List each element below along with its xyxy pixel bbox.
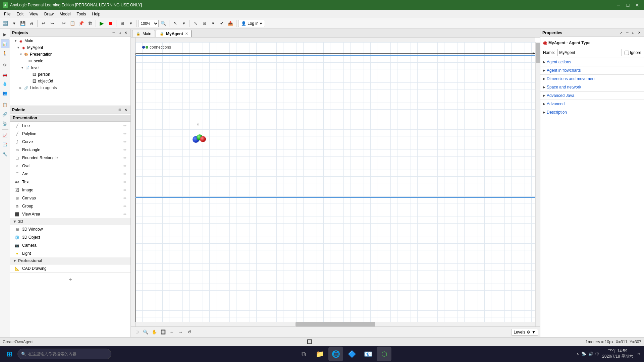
edit-polyline-icon[interactable]: ✏ [123,132,126,136]
maximize-button[interactable]: □ [624,2,632,8]
layout-button[interactable]: ⊟ [200,19,208,27]
lv-transport-btn[interactable]: 🚗 [1,70,9,79]
menu-draw[interactable]: Draw [42,11,56,17]
tab-myagent-close[interactable]: ✕ [185,32,188,36]
props-name-input[interactable] [557,49,622,56]
save-button[interactable]: 💾 [19,19,27,27]
props-maximize-btn[interactable]: □ [631,30,636,36]
lv-people-btn[interactable]: 👥 [1,89,9,98]
tree-item-level[interactable]: ▼ 📄 level [10,64,130,71]
lv-network-btn[interactable]: 📡 [1,119,9,128]
palette-item-cad[interactable]: 📐 CAD Drawing [10,264,130,273]
lv-data-btn[interactable]: 📑 [1,140,9,149]
palette-item-image[interactable]: 🖼 Image ✏ [10,186,130,194]
projects-close-btn[interactable]: ✕ [123,30,128,36]
open-dropdown[interactable]: ▾ [10,19,18,27]
grid-options[interactable]: ▾ [127,19,135,27]
canvas-right-scroll[interactable] [535,42,540,326]
palette-item-text[interactable]: Aa Text ✏ [10,178,130,186]
tree-item-scale[interactable]: ≡≡ scale [10,58,130,64]
taskbar-anylogic[interactable]: ⬡ [377,347,391,361]
new-button[interactable]: 🆕 [1,19,9,27]
tree-arrow-main[interactable]: ▼ [14,39,18,43]
lv-chart-btn[interactable]: 📈 [1,131,9,140]
zoom-select[interactable]: 100% 75% 50% 150% [139,20,159,27]
edit-group-icon[interactable]: ✏ [123,204,126,208]
props-section-description-header[interactable]: ▶ Description [540,108,644,116]
props-section-space[interactable]: ▶ Space and network [540,83,644,91]
tab-main[interactable]: 🔒 Main [132,30,155,37]
status-icon4[interactable]: 🔲 [306,338,313,346]
delete-button[interactable]: 🗑 [86,19,94,27]
props-section-space-header[interactable]: ▶ Space and network [540,83,644,91]
palette-item-rectangle[interactable]: ▭ Rectangle ✏ [10,146,130,154]
tree-item-presentation[interactable]: ▼ 🎨 Presentation [10,51,130,58]
props-section-description[interactable]: ▶ Description [540,108,644,116]
validate-button[interactable]: ✔ [218,19,226,27]
palette-item-oval[interactable]: ○ Oval ✏ [10,162,130,170]
tree-item-links[interactable]: ▶ 🔗 Links to agents [10,84,130,91]
props-section-dimensions[interactable]: ▶ Dimensions and movement [540,74,644,83]
taskbar-taskview[interactable]: ⧉ [296,347,311,361]
edit-image-icon[interactable]: ✏ [123,188,126,192]
layout-dropdown[interactable]: ▾ [209,19,217,27]
props-section-agent-flowcharts-header[interactable]: ▶ Agent in flowcharts [540,66,644,74]
props-section-advanced-java[interactable]: ▶ Advanced Java [540,91,644,100]
tree-arrow-presentation[interactable]: ▼ [19,53,23,56]
add-palette-btn[interactable]: + [65,276,75,284]
grid-button[interactable]: ⊞ [118,19,126,27]
edit-canvas-icon[interactable]: ✏ [123,196,126,200]
lv-run-btn[interactable]: ▶ [1,30,9,39]
palette-item-group[interactable]: ⧉ Group ✏ [10,202,130,210]
print-button[interactable]: 🖨 [28,19,36,27]
props-section-agent-flowcharts[interactable]: ▶ Agent in flowcharts [540,66,644,74]
edit-arc-icon[interactable]: ✏ [123,172,126,176]
props-section-agent-actions-header[interactable]: ▶ Agent actions [540,58,644,66]
taskbar-search-bar[interactable]: 🔍 在这里输入你要搜索的内容 [17,349,111,359]
start-button[interactable]: ⊞ [3,347,16,361]
stop-button[interactable]: ⏹ [106,19,114,27]
canvas-refresh-btn[interactable]: ↺ [185,328,193,336]
tree-arrow-level[interactable]: ▼ [21,66,25,69]
redo-button[interactable]: ↪ [48,19,56,27]
edit-text-icon[interactable]: ✏ [123,180,126,184]
close-button[interactable]: ✕ [633,2,641,8]
edit-curve-icon[interactable]: ✏ [123,140,126,144]
canvas-area[interactable]: connections ▶ ▼ [131,38,540,337]
select-tool[interactable]: ↖ [171,19,179,27]
props-section-agent-actions[interactable]: ▶ Agent actions [540,58,644,66]
props-section-advanced-header[interactable]: ▶ Advanced [540,100,644,108]
palette-item-view-area[interactable]: ⬛ View Area ✏ [10,210,130,218]
canvas-pan-btn[interactable]: ✋ [150,328,158,336]
palette-item-arc[interactable]: ⌒ Arc ✏ [10,170,130,178]
undo-button[interactable]: ↩ [39,19,47,27]
palette-item-3d-window[interactable]: 🖥 3D Window [10,225,130,233]
edit-rectangle-icon[interactable]: ✏ [123,148,126,152]
minimize-button[interactable]: ─ [614,2,623,8]
palette-item-canvas[interactable]: ⊞ Canvas ✏ [10,194,130,202]
taskbar-chrome[interactable]: 🌐 [328,347,343,361]
tree-arrow-myagent[interactable]: ▼ [17,46,21,49]
canvas-zoom-in-btn[interactable]: 🔍 [142,328,150,336]
palette-item-light[interactable]: ● Light [10,249,130,257]
edit-view-area-icon[interactable]: ✏ [123,212,126,217]
lv-link-btn[interactable]: 🔗 [1,110,9,119]
run-button[interactable]: ▶ [98,19,106,27]
props-ignore-checkbox[interactable] [625,51,629,55]
cut-button[interactable]: ✂ [60,19,68,27]
taskbar-edge[interactable]: 🔷 [344,347,359,361]
lv-list-btn[interactable]: 📋 [1,101,9,109]
lv-settings-btn[interactable]: ⚙ [1,61,9,69]
canvas-grid[interactable]: connections ▶ ▼ [136,42,535,326]
connect-button[interactable]: ⤡ [192,19,200,27]
login-button[interactable]: 👤 Log in ▾ [238,20,265,27]
canvas-fit-btn[interactable]: ⊞ [133,328,141,336]
projects-maximize-btn[interactable]: □ [117,30,122,36]
menu-edit[interactable]: Edit [14,11,26,17]
tree-item-myagent[interactable]: ▼ ◉ MyAgent [10,44,130,51]
edit-line-icon[interactable]: ✏ [123,124,126,128]
menu-help[interactable]: Help [90,11,103,17]
palette-grid-btn[interactable]: ⊞ [117,107,122,113]
notification-btn[interactable]: □ [636,351,641,357]
tree-arrow-links[interactable]: ▶ [19,86,23,89]
